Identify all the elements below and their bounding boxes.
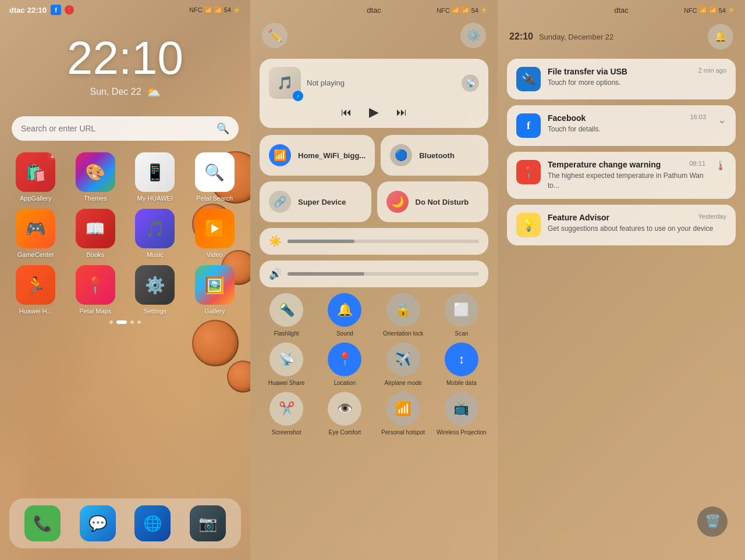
app-books[interactable]: 📖 Books: [69, 209, 122, 258]
myhuawei-icon[interactable]: 📱: [135, 152, 175, 192]
ctrl-settings-button[interactable]: ⚙️: [460, 23, 486, 48]
wifi-label: Home_WiFi_bigg...: [298, 151, 366, 160]
notif-temp-title: Temperature change warning: [548, 160, 661, 169]
appgallery-icon[interactable]: 🛍️ 2: [16, 152, 55, 192]
dock-messages[interactable]: 💬: [80, 505, 116, 541]
dot-4[interactable]: [137, 320, 141, 324]
edit-button[interactable]: ✏️: [262, 23, 288, 48]
airplane-btn[interactable]: ✈️ Airplane mode: [377, 343, 430, 386]
ctrl-signal-icon: 📶: [462, 6, 470, 14]
notif-temperature[interactable]: 📍 Temperature change warning 08:11 The h…: [507, 152, 736, 199]
app-huaweihealth[interactable]: 🏃 Huawei H...: [9, 265, 62, 315]
bluetooth-tile[interactable]: 🔵 Bluetooth: [381, 135, 488, 176]
music-icon[interactable]: 🎵: [135, 209, 175, 248]
app-themes[interactable]: 🎨 Themes: [69, 152, 122, 202]
dnd-tile[interactable]: 🌙 Do Not Disturb: [377, 181, 489, 222]
brightness-track[interactable]: [288, 240, 479, 243]
search-input[interactable]: [21, 124, 217, 133]
settings-symbol: ⚙️: [145, 276, 165, 295]
app-settings[interactable]: ⚙️ Settings: [129, 265, 182, 315]
superdevice-tile[interactable]: 🔗 Super Device: [260, 181, 371, 222]
petalsearch-icon[interactable]: 🔍: [195, 152, 235, 192]
location-btn[interactable]: 📍 Location: [318, 343, 371, 386]
wifi-tile[interactable]: 📶 Home_WiFi_bigg...: [260, 135, 375, 176]
app-music[interactable]: 🎵 Music: [129, 209, 182, 258]
notif-facebook[interactable]: f Facebook 16:03 Touch for details. ⌄: [507, 105, 736, 146]
weather-icon: ⛅: [146, 85, 161, 99]
myhuawei-symbol: 📱: [145, 163, 165, 182]
dock-camera[interactable]: 📷: [190, 505, 226, 541]
dnd-icon: 🌙: [386, 191, 409, 213]
sound-btn[interactable]: 🔔 Sound: [318, 293, 371, 337]
dot-1[interactable]: [109, 320, 113, 324]
notif-usb-body: File transfer via USB 2 min ago Touch fo…: [548, 67, 726, 88]
temp-warning-icon: 🌡️: [715, 160, 726, 171]
volume-slider[interactable]: 🔊: [260, 261, 488, 287]
app-petalmaps[interactable]: 📍 Petal Maps: [69, 265, 122, 315]
gamecenter-icon[interactable]: 🎮: [16, 209, 55, 248]
mobiledata-btn[interactable]: ↕️ Mobile data: [435, 343, 488, 386]
appgallery-badge: 2: [47, 152, 55, 160]
video-icon[interactable]: ▶️: [195, 209, 235, 248]
ctrl-status-icons: NFC 📶 📶 54 ⚡: [437, 6, 488, 14]
dot-3[interactable]: [130, 320, 134, 324]
app-petalsearch[interactable]: 🔍 Petal Search: [189, 152, 242, 202]
camera-icon[interactable]: 📷: [190, 505, 226, 541]
dock-browser[interactable]: 🌐: [134, 505, 171, 541]
app-video[interactable]: ▶️ Video: [189, 209, 242, 258]
books-icon[interactable]: 📖: [76, 209, 115, 248]
music-symbol: 🎵: [145, 219, 165, 238]
music-status: Not playing: [307, 79, 456, 87]
cast-button[interactable]: 📡: [462, 74, 479, 92]
search-bar[interactable]: 🔍: [12, 116, 239, 141]
notif-feature-title-row: Feature Advisor Yesterday: [548, 213, 726, 222]
quick-row-3: ✂️ Screenshot 👁️ Eye Comfort 📶 Personal …: [260, 392, 488, 436]
petalmaps-icon[interactable]: 📍: [76, 265, 115, 305]
themes-label: Themes: [84, 195, 107, 202]
pin-status-icon: 📍: [65, 5, 74, 15]
play-button[interactable]: ▶: [369, 105, 379, 120]
dock-phone[interactable]: 📞: [24, 505, 61, 541]
music-artwork: 🎵 ♪: [269, 67, 301, 99]
notification-bell-button[interactable]: 🔔: [708, 24, 733, 49]
app-gallery[interactable]: 🖼️ Gallery: [189, 265, 242, 315]
personalhotspot-btn[interactable]: 📶 Personal hotspot: [377, 392, 430, 436]
orientation-btn[interactable]: 🔒 Orientation lock: [377, 293, 430, 337]
notif-feature-body: Feature Advisor Yesterday Get suggestion…: [548, 213, 726, 234]
fb-expand-icon[interactable]: ⌄: [718, 113, 726, 126]
app-gamecenter[interactable]: 🎮 GameCenter: [9, 209, 62, 258]
screenshot-btn[interactable]: ✂️ Screenshot: [260, 392, 313, 436]
app-appgallery[interactable]: 🛍️ 2 AppGallery: [9, 152, 62, 202]
huaweishare-btn[interactable]: 📡 Huawei Share: [260, 343, 313, 386]
eyecomfort-btn[interactable]: 👁️ Eye Comfort: [318, 392, 371, 436]
brightness-slider[interactable]: ☀️: [260, 228, 488, 255]
huaweihealth-icon[interactable]: 🏃: [16, 265, 55, 305]
search-icon[interactable]: 🔍: [217, 122, 229, 135]
music-player[interactable]: 🎵 ♪ Not playing 📡 ⏮ ▶ ⏭: [260, 59, 488, 128]
gallery-icon[interactable]: 🖼️: [195, 265, 235, 305]
battery-icon: ⚡: [233, 6, 241, 14]
volume-track[interactable]: [288, 272, 479, 276]
phone-icon[interactable]: 📞: [24, 505, 61, 541]
app-myhuawei[interactable]: 📱 My HUAWEI: [129, 152, 182, 202]
themes-icon[interactable]: 🎨: [76, 152, 115, 192]
location-icon: 📍: [328, 343, 361, 376]
notif-usb[interactable]: 🔌 File transfer via USB 2 min ago Touch …: [507, 59, 736, 99]
settings-icon[interactable]: ⚙️: [135, 265, 175, 305]
scan-btn[interactable]: ⬜ Scan: [435, 293, 488, 337]
petalsearch-label: Petal Search: [196, 195, 233, 202]
prev-button[interactable]: ⏮: [341, 106, 352, 119]
music-note-icon: 🎵: [277, 76, 293, 91]
orientation-label: Orientation lock: [383, 330, 423, 337]
next-button[interactable]: ⏭: [396, 106, 407, 119]
messages-icon[interactable]: 💬: [80, 505, 116, 541]
notif-feature-advisor[interactable]: 💡 Feature Advisor Yesterday Get suggesti…: [507, 205, 736, 245]
dot-2[interactable]: [116, 320, 127, 324]
clear-notifications-button[interactable]: 🗑️: [697, 507, 728, 537]
huaweishare-icon: 📡: [269, 343, 303, 376]
quick-row-1: 🔦 Flashlight 🔔 Sound 🔒 Orientation lock …: [260, 293, 488, 337]
browser-icon[interactable]: 🌐: [134, 505, 171, 541]
huaweishare-label: Huawei Share: [268, 380, 305, 386]
flashlight-btn[interactable]: 🔦 Flashlight: [260, 293, 313, 337]
wirelessprojection-btn[interactable]: 📺 Wireless Projection: [435, 392, 488, 436]
